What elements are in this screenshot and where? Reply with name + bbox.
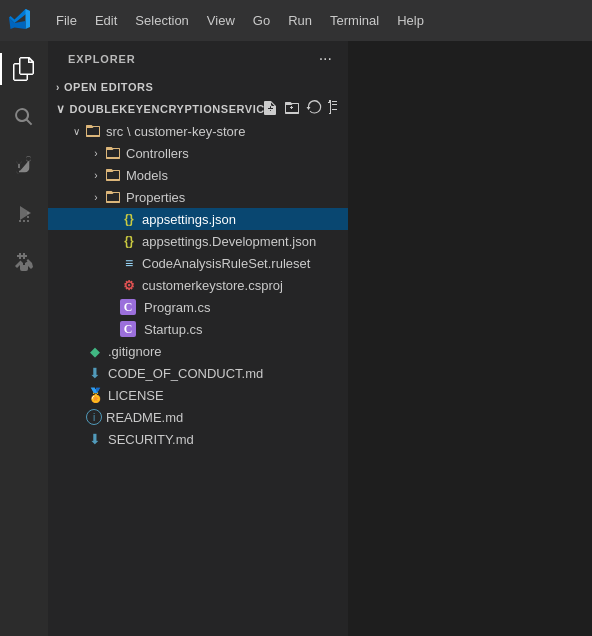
appsettings-json-label: appsettings.json <box>142 212 340 227</box>
activity-extensions[interactable] <box>0 237 48 285</box>
readme-icon: i <box>86 409 102 425</box>
properties-folder[interactable]: › Properties <box>48 186 348 208</box>
properties-chevron: › <box>88 192 104 203</box>
collapse-icon[interactable] <box>328 100 344 119</box>
program-cs-item[interactable]: C Program.cs <box>48 296 348 318</box>
properties-label: Properties <box>126 190 340 205</box>
more-actions-button[interactable]: ··· <box>315 48 336 70</box>
ruleset-label: CodeAnalysisRuleSet.ruleset <box>142 256 340 271</box>
csproj-item[interactable]: ⚙ customerkeystore.csproj <box>48 274 348 296</box>
menu-bar: File Edit Selection View Go Run Terminal… <box>0 0 592 41</box>
models-folder[interactable]: › Models <box>48 164 348 186</box>
open-editors-label: OPEN EDITORS <box>64 81 154 93</box>
menu-go[interactable]: Go <box>245 9 278 32</box>
sidebar-actions: ··· <box>315 48 336 70</box>
readme-label: README.md <box>106 410 340 425</box>
menu-items: File Edit Selection View Go Run Terminal… <box>48 9 432 32</box>
explorer-title: EXPLORER <box>68 53 136 65</box>
csproj-label: customerkeystore.csproj <box>142 278 340 293</box>
appsettings-dev-json-item[interactable]: {} appsettings.Development.json <box>48 230 348 252</box>
activity-bar <box>0 41 48 636</box>
menu-terminal[interactable]: Terminal <box>322 9 387 32</box>
menu-selection[interactable]: Selection <box>127 9 196 32</box>
refresh-icon[interactable] <box>306 100 322 119</box>
code-of-conduct-label: CODE_OF_CONDUCT.md <box>108 366 340 381</box>
gitignore-item[interactable]: ◆ .gitignore <box>48 340 348 362</box>
security-label: SECURITY.md <box>108 432 340 447</box>
sidebar-header: EXPLORER ··· <box>48 41 348 76</box>
src-folder-label: src \ customer-key-store <box>106 124 340 139</box>
properties-folder-icon <box>104 189 122 205</box>
explorer-tree[interactable]: › OPEN EDITORS ∨ DOUBLEKEYENCRYPTIONSERV… <box>48 76 348 636</box>
controllers-folder[interactable]: › Controllers <box>48 142 348 164</box>
activity-source-control[interactable] <box>0 141 48 189</box>
new-file-icon[interactable] <box>262 100 278 119</box>
activity-explorer[interactable] <box>0 45 48 93</box>
gitignore-label: .gitignore <box>108 344 340 359</box>
sidebar: EXPLORER ··· › OPEN EDITORS ∨ DOUBLEKEYE… <box>48 41 348 636</box>
vscode-logo <box>8 7 40 34</box>
gitignore-icon: ◆ <box>86 344 104 359</box>
startup-cs-item[interactable]: C Startup.cs <box>48 318 348 340</box>
csproj-icon: ⚙ <box>120 278 138 293</box>
license-label: LICENSE <box>108 388 340 403</box>
open-editors-section[interactable]: › OPEN EDITORS <box>48 76 348 98</box>
license-icon: 🏅 <box>86 387 104 403</box>
menu-run[interactable]: Run <box>280 9 320 32</box>
activity-search[interactable] <box>0 93 48 141</box>
program-cs-icon: C <box>120 299 136 315</box>
ruleset-item[interactable]: ≡ CodeAnalysisRuleSet.ruleset <box>48 252 348 274</box>
src-folder-icon <box>84 123 102 139</box>
workspace-chevron: ∨ <box>56 102 66 116</box>
appsettings-dev-icon: {} <box>120 234 138 248</box>
ruleset-icon: ≡ <box>120 255 138 271</box>
src-folder-item[interactable]: ∨ src \ customer-key-store <box>48 120 348 142</box>
src-folder-chevron: ∨ <box>68 126 84 137</box>
startup-cs-label: Startup.cs <box>144 322 340 337</box>
new-folder-icon[interactable] <box>284 100 300 119</box>
security-item[interactable]: ⬇ SECURITY.md <box>48 428 348 450</box>
workspace-toolbar <box>262 100 344 119</box>
models-folder-icon <box>104 167 122 183</box>
startup-cs-icon: C <box>120 321 136 337</box>
menu-view[interactable]: View <box>199 9 243 32</box>
code-of-conduct-icon: ⬇ <box>86 365 104 381</box>
workspace-section[interactable]: ∨ DOUBLEKEYENCRYPTIONSERVICE <box>48 98 348 120</box>
controllers-chevron: › <box>88 148 104 159</box>
menu-help[interactable]: Help <box>389 9 432 32</box>
controllers-label: Controllers <box>126 146 340 161</box>
activity-run-debug[interactable] <box>0 189 48 237</box>
controllers-folder-icon <box>104 145 122 161</box>
appsettings-json-item[interactable]: {} appsettings.json <box>48 208 348 230</box>
appsettings-json-icon: {} <box>120 212 138 226</box>
editor-area <box>348 41 592 636</box>
security-icon: ⬇ <box>86 431 104 447</box>
readme-item[interactable]: i README.md <box>48 406 348 428</box>
license-item[interactable]: 🏅 LICENSE <box>48 384 348 406</box>
code-of-conduct-item[interactable]: ⬇ CODE_OF_CONDUCT.md <box>48 362 348 384</box>
workspace-label: DOUBLEKEYENCRYPTIONSERVICE <box>70 103 273 115</box>
open-editors-chevron: › <box>56 82 60 93</box>
program-cs-label: Program.cs <box>144 300 340 315</box>
appsettings-dev-label: appsettings.Development.json <box>142 234 340 249</box>
main-layout: EXPLORER ··· › OPEN EDITORS ∨ DOUBLEKEYE… <box>0 41 592 636</box>
models-label: Models <box>126 168 340 183</box>
menu-edit[interactable]: Edit <box>87 9 125 32</box>
menu-file[interactable]: File <box>48 9 85 32</box>
models-chevron: › <box>88 170 104 181</box>
